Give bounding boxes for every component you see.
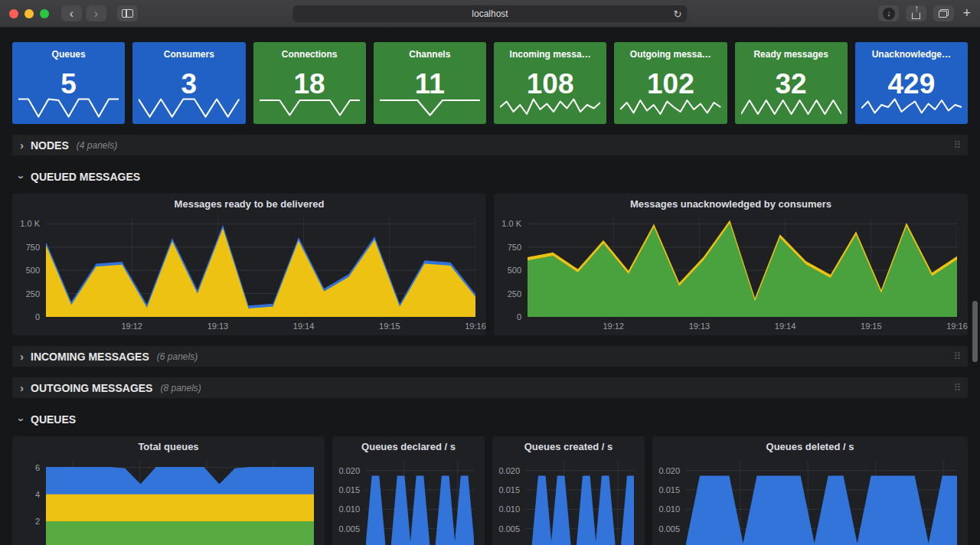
address-bar[interactable]: localhost ↻ — [293, 5, 688, 22]
panel-queues-declared: Queues declared / s 0.0200.0150.0100.005 — [332, 436, 485, 545]
series-area-messages-ready — [46, 230, 475, 317]
row-title: NODES — [31, 139, 69, 152]
x-tick-label: 19:15 — [861, 321, 882, 331]
chevron-down-icon: › — [16, 418, 28, 422]
chevron-right-icon: › — [20, 382, 24, 393]
new-tab-button[interactable]: + — [962, 5, 971, 21]
y-tick-label: 1.0 K — [20, 219, 40, 228]
total-queues-chart[interactable]: 642 — [12, 456, 325, 545]
zoom-window-button[interactable] — [40, 9, 49, 18]
panel-title[interactable]: Queues created / s — [492, 436, 645, 456]
chevron-right-icon: › — [20, 139, 24, 151]
panel-messages-unacknowledged: Messages unacknowledged by consumers 1.0… — [494, 194, 968, 335]
row-title: QUEUED MESSAGES — [31, 171, 140, 183]
stat-title: Incoming messa… — [494, 42, 606, 60]
sidebar-icon — [122, 9, 133, 18]
sparkline-chart — [741, 94, 841, 120]
stat-panel-incoming-messages[interactable]: Incoming messa… 108 — [494, 42, 606, 124]
x-tick-label: 19:12 — [603, 321, 624, 331]
messages-ready-chart[interactable]: 1.0 K7505002500 19:1219:1319:1419:1519:1… — [12, 214, 486, 335]
row-panel-count: (8 panels) — [160, 383, 201, 393]
row-queued-messages[interactable]: › QUEUED MESSAGES — [12, 168, 968, 186]
browser-scrollbar[interactable] — [972, 301, 978, 362]
sparkline-path — [260, 100, 360, 116]
y-tick-label: 500 — [508, 266, 521, 275]
row-title: QUEUES — [31, 413, 76, 426]
back-button[interactable]: ‹ — [61, 5, 82, 21]
row-queues[interactable]: › QUEUES — [12, 410, 968, 429]
downloads-button[interactable]: ↓ — [878, 5, 899, 21]
y-tick-label: 0.010 — [658, 504, 680, 514]
close-window-button[interactable] — [9, 9, 18, 18]
share-button[interactable] — [906, 5, 926, 21]
sparkline-chart — [861, 94, 962, 120]
plot-area — [46, 461, 314, 545]
plot-area — [366, 461, 474, 545]
series-area-yellow — [46, 494, 314, 521]
queues-deleted-chart[interactable]: 0.0200.0150.0100.005 — [652, 456, 968, 545]
y-tick-label: 250 — [508, 289, 521, 299]
tabs-overview-button[interactable] — [933, 5, 954, 21]
stat-title: Ready messages — [735, 42, 848, 60]
window-controls — [9, 9, 49, 18]
stat-panel-channels[interactable]: Channels 11 — [374, 42, 486, 124]
stat-panel-queues[interactable]: Queues 5 — [12, 42, 125, 124]
row-incoming-messages[interactable]: › INCOMING MESSAGES (6 panels) ⠿ — [12, 346, 968, 367]
stat-panel-unacknowledged[interactable]: Unacknowledge… 429 — [855, 42, 968, 124]
y-tick-label: 0 — [35, 312, 40, 321]
stat-title: Queues — [12, 42, 125, 60]
queues-created-chart[interactable]: 0.0200.0150.0100.005 — [492, 456, 645, 545]
y-axis: 0.0200.0150.0100.005 — [492, 461, 526, 545]
panel-queues-created: Queues created / s 0.0200.0150.0100.005 — [492, 436, 645, 545]
row-title: OUTGOING MESSAGES — [31, 382, 152, 394]
panel-messages-ready: Messages ready to be delivered 1.0 K7505… — [12, 194, 486, 335]
sparkline-path — [741, 100, 841, 114]
drag-handle-icon[interactable]: ⠿ — [953, 382, 960, 393]
sparkline-chart — [620, 94, 720, 120]
stat-panel-consumers[interactable]: Consumers 3 — [132, 42, 245, 124]
y-tick-label: 1.0 K — [501, 219, 521, 228]
queues-declared-chart[interactable]: 0.0200.0150.0100.005 — [332, 456, 485, 545]
stat-panel-row: Queues 5 Consumers 3 Connections 18 Chan… — [12, 42, 968, 124]
y-tick-label: 750 — [26, 243, 40, 252]
row-nodes[interactable]: › NODES (4 panels) ⠿ — [12, 135, 968, 155]
sparkline-path — [861, 100, 962, 113]
row-outgoing-messages[interactable]: › OUTGOING MESSAGES (8 panels) ⠿ — [12, 377, 968, 398]
panel-title[interactable]: Messages unacknowledged by consumers — [494, 194, 968, 214]
y-axis: 1.0 K7505002500 — [12, 218, 46, 317]
chevron-down-icon: › — [16, 175, 28, 179]
drag-handle-icon[interactable]: ⠿ — [953, 351, 960, 362]
y-tick-label: 0.020 — [658, 466, 680, 475]
row-panel-count: (4 panels) — [77, 140, 117, 151]
y-tick-label: 6 — [35, 463, 40, 472]
plot-area — [528, 218, 957, 317]
forward-button[interactable]: › — [86, 5, 106, 21]
y-tick-label: 0 — [517, 312, 521, 321]
stat-title: Outgoing messa… — [614, 42, 727, 60]
sparkline-path — [18, 100, 119, 117]
reload-icon[interactable]: ↻ — [674, 8, 682, 20]
y-tick-label: 2 — [35, 517, 40, 526]
messages-unacknowledged-chart[interactable]: 1.0 K7505002500 19:1219:1319:1419:1519:1… — [494, 214, 968, 335]
x-tick-label: 19:14 — [293, 321, 315, 331]
minimize-window-button[interactable] — [24, 9, 34, 18]
y-tick-label: 250 — [26, 289, 40, 299]
panel-title[interactable]: Queues deleted / s — [652, 436, 968, 456]
stat-panel-outgoing-messages[interactable]: Outgoing messa… 102 — [614, 42, 727, 124]
panel-title[interactable]: Total queues — [12, 436, 325, 456]
sidebar-toggle-button[interactable] — [117, 5, 138, 21]
drag-handle-icon[interactable]: ⠿ — [953, 139, 960, 151]
panel-total-queues: Total queues 642 — [12, 436, 325, 545]
panel-title[interactable]: Messages ready to be delivered — [12, 194, 486, 214]
stat-title: Consumers — [132, 42, 245, 60]
sparkline-path — [380, 100, 480, 116]
y-tick-label: 750 — [508, 243, 521, 252]
url-text: localhost — [472, 8, 508, 19]
y-tick-label: 0.010 — [338, 504, 360, 514]
stat-panel-ready-messages[interactable]: Ready messages 32 — [735, 42, 848, 124]
nav-buttons: ‹ › — [61, 5, 106, 21]
tabs-icon — [939, 9, 949, 18]
panel-title[interactable]: Queues declared / s — [332, 436, 485, 456]
y-axis: 1.0 K7505002500 — [494, 218, 528, 317]
stat-panel-connections[interactable]: Connections 18 — [253, 42, 366, 124]
